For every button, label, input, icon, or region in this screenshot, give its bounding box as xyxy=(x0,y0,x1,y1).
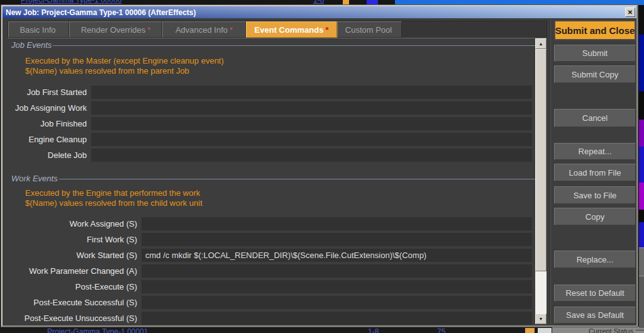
job-first-started-label: Job First Started xyxy=(6,86,87,99)
field-row: Job First Started xyxy=(6,86,532,99)
tab-strip-filler xyxy=(402,21,547,38)
copy-button[interactable]: Copy xyxy=(554,208,636,225)
tab-label: Render Overrides xyxy=(81,25,146,35)
post-execute-unsuccessful-label: Post-Execute Unsuccessful (S) xyxy=(6,312,137,325)
job-finished-label: Job Finished xyxy=(6,117,87,130)
job-assigning-work-label: Job Assigning Work xyxy=(6,101,87,115)
job-events-section-header: Job Events xyxy=(11,40,543,50)
delete-job-label: Delete Job xyxy=(6,149,87,162)
section-title: Work Events xyxy=(11,174,58,183)
field-row: Job Assigning Work xyxy=(6,101,532,115)
field-row: Post-Execute Unsuccessful (S) xyxy=(6,312,532,325)
field-row: Delete Job xyxy=(6,149,532,162)
work-started-label: Work Started (S) xyxy=(6,249,137,262)
background-row-top: Project-Gamma Type-1 00006 1-8 75 xyxy=(0,0,644,5)
repeat-button[interactable]: Repeat... xyxy=(554,143,636,160)
section-rule xyxy=(53,45,543,46)
field-row: Post-Execute Successful (S) xyxy=(6,296,532,309)
field-row: Work Started (S) xyxy=(6,249,532,262)
tab-modified-star: * xyxy=(230,25,233,35)
background-status-block-blue xyxy=(367,0,378,5)
field-row: Post-Execute (S) xyxy=(6,280,532,293)
section-rule xyxy=(59,179,543,179)
background-frame-range: 1-8 xyxy=(368,327,379,333)
save-as-default-button[interactable]: Save as Default xyxy=(554,307,636,324)
tab-modified-star: * xyxy=(147,25,150,35)
tab-advanced-info[interactable]: Advanced Info* xyxy=(162,21,246,38)
vertical-scrollbar[interactable]: ▲ ▼ xyxy=(535,38,547,324)
background-status-block-orange xyxy=(525,328,535,333)
field-row: Job Finished xyxy=(6,117,532,130)
tab-label: Event Commands xyxy=(255,25,324,35)
tab-modified-star: * xyxy=(325,25,328,35)
background-panel-label: Current Status xyxy=(589,327,633,333)
work-started-input[interactable] xyxy=(142,249,532,262)
tab-label: Basic Info xyxy=(19,25,55,35)
post-execute-unsuccessful-input[interactable] xyxy=(142,312,532,325)
sidebar-divider xyxy=(550,19,551,325)
tab-label: Advanced Info xyxy=(175,25,228,35)
job-assigning-work-input[interactable] xyxy=(91,101,532,115)
tab-custom-pool[interactable]: Custom Pool xyxy=(337,21,402,38)
field-row: Work Assigned (S) xyxy=(6,217,532,230)
work-events-note-2: $(Name) values resolved from the child w… xyxy=(25,198,203,208)
background-row-bottom: Project-Gamma Type-1 00001 1-8 75 Curren… xyxy=(0,327,644,333)
job-events-note-2: $(Name) values resolved from the parent … xyxy=(25,66,189,76)
post-execute-successful-label: Post-Execute Successful (S) xyxy=(6,296,137,309)
background-status-block-light xyxy=(538,328,552,333)
delete-job-input[interactable] xyxy=(91,149,532,162)
save-to-file-button[interactable]: Save to File xyxy=(554,186,636,204)
close-button[interactable]: ✕ xyxy=(625,8,635,17)
background-panel-line xyxy=(636,330,644,330)
post-execute-successful-input[interactable] xyxy=(142,296,532,309)
work-assigned-input[interactable] xyxy=(142,217,532,230)
first-work-label: First Work (S) xyxy=(6,233,137,246)
post-execute-input[interactable] xyxy=(142,280,532,293)
engine-cleanup-input[interactable] xyxy=(91,133,532,146)
post-execute-label: Post-Execute (S) xyxy=(6,280,137,293)
submit-button[interactable]: Submit xyxy=(554,45,636,62)
job-first-started-input[interactable] xyxy=(91,86,532,99)
tab-event-commands[interactable]: Event Commands* xyxy=(246,21,337,38)
background-job-name: Project-Gamma Type-1 00006 xyxy=(21,0,122,4)
first-work-input[interactable] xyxy=(142,233,532,246)
title-bar[interactable]: New Job: Project-Gamma Type-1 00006 (Aft… xyxy=(3,6,636,18)
background-job-name: Project-Gamma Type-1 00001 xyxy=(47,327,148,333)
work-assigned-label: Work Assigned (S) xyxy=(6,217,137,230)
engine-cleanup-label: Engine Cleanup xyxy=(6,133,87,146)
tab-strip: Basic Info Render Overrides* Advanced In… xyxy=(8,21,547,38)
tab-label: Custom Pool xyxy=(345,25,392,35)
field-row: First Work (S) xyxy=(6,233,532,246)
scroll-up-button[interactable]: ▲ xyxy=(535,38,547,49)
background-frame-range: 1-8 xyxy=(313,0,324,4)
work-events-note-1: Executed by the Engine that performed th… xyxy=(25,188,200,198)
tab-render-overrides[interactable]: Render Overrides* xyxy=(69,21,162,38)
field-row: Engine Cleanup xyxy=(6,133,532,146)
background-status-panel: Current Status xyxy=(552,327,644,333)
work-parameter-changed-label: Work Parameter Changed (A) xyxy=(6,264,137,278)
dialog-title: New Job: Project-Gamma Type-1 00006 (Aft… xyxy=(3,8,196,17)
background-selection-bar xyxy=(395,0,644,5)
background-color-strip xyxy=(639,5,644,327)
background-status-block-orange xyxy=(343,0,349,5)
submit-and-close-button[interactable]: Submit and Close xyxy=(554,20,636,40)
close-icon: ✕ xyxy=(628,9,633,16)
scroll-down-icon: ▼ xyxy=(539,317,543,321)
background-percent: 75 xyxy=(437,327,445,333)
reset-to-default-button[interactable]: Reset to Default xyxy=(554,285,636,302)
job-finished-input[interactable] xyxy=(91,117,532,130)
scroll-down-button[interactable]: ▼ xyxy=(535,313,547,324)
field-row: Work Parameter Changed (A) xyxy=(6,264,532,278)
scroll-up-icon: ▲ xyxy=(539,42,543,46)
job-events-note-1: Executed by the Master (except Engine cl… xyxy=(25,56,224,65)
replace-button[interactable]: Replace... xyxy=(554,251,636,268)
section-title: Job Events xyxy=(11,40,52,50)
work-events-section-header: Work Events xyxy=(11,174,543,183)
scrollbar-thumb[interactable] xyxy=(535,49,547,271)
submit-copy-button[interactable]: Submit Copy xyxy=(554,65,636,83)
tab-basic-info[interactable]: Basic Info xyxy=(8,21,69,38)
load-from-file-button[interactable]: Load from File xyxy=(554,164,636,181)
work-parameter-changed-input[interactable] xyxy=(142,264,532,278)
cancel-button[interactable]: Cancel xyxy=(554,109,636,127)
